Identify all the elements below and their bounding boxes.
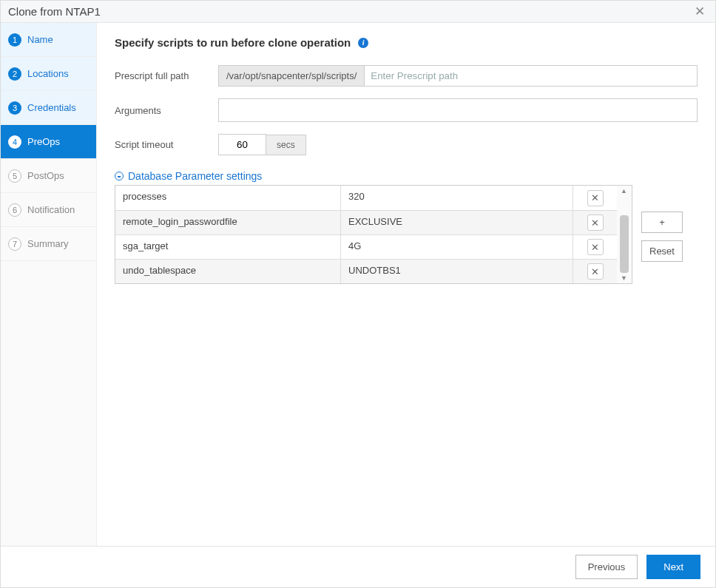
sidebar-step-name[interactable]: 1 Name: [1, 23, 96, 57]
step-number: 3: [8, 101, 21, 115]
sidebar-step-summary[interactable]: 7 Summary: [1, 227, 96, 261]
timeout-row: Script timeout secs: [115, 134, 698, 155]
remove-row-button[interactable]: ✕: [587, 214, 604, 231]
reset-params-button[interactable]: Reset: [641, 240, 683, 262]
arguments-row: Arguments: [115, 98, 698, 122]
step-number: 4: [8, 135, 21, 149]
sidebar-step-notification[interactable]: 6 Notification: [1, 193, 96, 227]
step-number: 6: [8, 203, 21, 217]
timeout-label: Script timeout: [115, 139, 218, 150]
add-param-button[interactable]: +: [641, 212, 683, 233]
arguments-input[interactable]: [218, 98, 698, 122]
step-label: Summary: [27, 238, 69, 249]
scroll-thumb[interactable]: [620, 215, 629, 273]
step-number: 1: [8, 33, 21, 47]
param-value[interactable]: 320: [340, 186, 573, 210]
step-label: PreOps: [27, 136, 60, 147]
dialog-title: Clone from NTAP1: [8, 5, 101, 18]
prescript-row: Prescript full path /var/opt/snapcenter/…: [115, 65, 698, 87]
step-number: 5: [8, 169, 21, 183]
table-row: remote_login_passwordfile EXCLUSIVE ✕: [115, 210, 617, 234]
db-params-label: Database Parameter settings: [128, 170, 262, 182]
scroll-down-icon[interactable]: ▼: [621, 274, 627, 282]
param-value[interactable]: UNDOTBS1: [340, 260, 573, 283]
prescript-path-wrap: /var/opt/snapcenter/spl/scripts/: [218, 65, 698, 87]
collapse-icon: [115, 172, 124, 180]
db-params-grid-body: processes 320 ✕ remote_login_passwordfil…: [115, 186, 617, 283]
param-value[interactable]: 4G: [340, 235, 573, 259]
param-name[interactable]: processes: [115, 186, 340, 210]
param-name[interactable]: sga_target: [115, 235, 340, 259]
wizard-sidebar: 1 Name 2 Locations 3 Credentials 4 PreOp…: [1, 23, 97, 546]
section-title: Specify scripts to run before clone oper…: [115, 36, 351, 49]
table-row: sga_target 4G ✕: [115, 234, 617, 259]
section-title-row: Specify scripts to run before clone oper…: [115, 36, 698, 49]
step-label: Locations: [27, 68, 69, 79]
grid-scrollbar[interactable]: ▲ ▼: [617, 186, 632, 283]
timeout-input[interactable]: [218, 134, 266, 155]
dialog-footer: Previous Next: [1, 546, 715, 587]
prescript-path-input[interactable]: [364, 65, 698, 87]
step-label: Name: [27, 34, 53, 45]
db-params-side-buttons: + Reset: [641, 212, 683, 284]
db-params-area: processes 320 ✕ remote_login_passwordfil…: [115, 185, 698, 284]
sidebar-step-locations[interactable]: 2 Locations: [1, 57, 96, 91]
step-label: Notification: [27, 204, 75, 215]
next-button[interactable]: Next: [646, 555, 700, 579]
step-label: PostOps: [27, 170, 64, 181]
timeout-unit: secs: [266, 135, 306, 155]
step-label: Credentials: [27, 102, 76, 113]
scroll-up-icon[interactable]: ▲: [621, 187, 627, 195]
step-number: 7: [8, 237, 21, 251]
sidebar-step-credentials[interactable]: 3 Credentials: [1, 91, 96, 125]
param-value[interactable]: EXCLUSIVE: [340, 211, 573, 234]
sidebar-step-postops[interactable]: 5 PostOps: [1, 159, 96, 193]
previous-button[interactable]: Previous: [575, 555, 638, 579]
param-name[interactable]: remote_login_passwordfile: [115, 211, 340, 234]
close-icon[interactable]: ✕: [692, 4, 708, 19]
sidebar-step-preops[interactable]: 4 PreOps: [1, 125, 96, 159]
table-row: processes 320 ✕: [115, 186, 617, 210]
remove-row-button[interactable]: ✕: [587, 190, 604, 206]
arguments-label: Arguments: [115, 105, 218, 116]
param-name[interactable]: undo_tablespace: [115, 260, 340, 283]
info-icon[interactable]: i: [358, 38, 368, 48]
prescript-path-prefix: /var/opt/snapcenter/spl/scripts/: [218, 65, 364, 87]
table-row: undo_tablespace UNDOTBS1 ✕: [115, 259, 617, 283]
prescript-label: Prescript full path: [115, 70, 218, 81]
db-params-grid: processes 320 ✕ remote_login_passwordfil…: [115, 185, 632, 284]
db-params-toggle[interactable]: Database Parameter settings: [115, 170, 698, 182]
dialog-header: Clone from NTAP1 ✕: [1, 1, 715, 23]
remove-row-button[interactable]: ✕: [587, 239, 604, 255]
dialog-body: 1 Name 2 Locations 3 Credentials 4 PreOp…: [1, 23, 715, 546]
main-panel: Specify scripts to run before clone oper…: [97, 23, 715, 546]
remove-row-button[interactable]: ✕: [587, 263, 604, 280]
step-number: 2: [8, 67, 21, 81]
clone-dialog: Clone from NTAP1 ✕ 1 Name 2 Locations 3 …: [0, 0, 716, 588]
